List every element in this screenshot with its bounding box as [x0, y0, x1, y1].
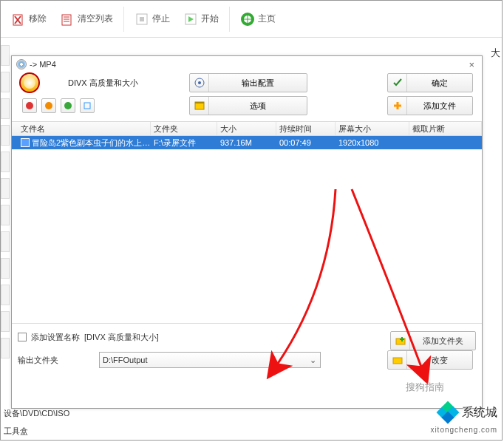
convert-dialog: -> MP4 × DIVX 高质量和大小 输出配置 确定: [11, 55, 483, 409]
category-tools[interactable]: 工具盒: [4, 426, 28, 437]
start-button[interactable]: 开始: [180, 9, 222, 30]
cell-size: 937.16M: [217, 138, 276, 147]
file-icon: [21, 138, 30, 147]
clear-icon: [60, 12, 75, 27]
stop-button[interactable]: 停止: [132, 9, 173, 30]
home-label: 主页: [258, 13, 276, 25]
mini-stop-icon[interactable]: [41, 98, 56, 113]
cell-filename: 冒险岛2紫色副本虫子们的水上乐园水...: [18, 137, 151, 149]
clear-button[interactable]: 清空列表: [57, 9, 116, 30]
svg-rect-17: [195, 102, 204, 103]
mini-info-icon[interactable]: [80, 98, 95, 113]
remove-icon: [11, 12, 26, 27]
separator: [229, 7, 230, 32]
table-row[interactable]: 冒险岛2紫色副本虫子们的水上乐园水... F:\录屏文件 937.16M 00:…: [12, 136, 482, 149]
watermark: 系统城: [438, 403, 497, 422]
ok-button[interactable]: 确定: [387, 73, 473, 92]
stop-icon: [134, 12, 149, 27]
cell-screen: 1920x1080: [336, 138, 409, 147]
watermark-logo-icon: [438, 403, 457, 422]
start-icon: [183, 12, 198, 27]
clear-label: 清空列表: [78, 13, 113, 25]
dialog-titlebar: -> MP4 ×: [12, 56, 482, 72]
check-icon: [388, 74, 407, 92]
options-label: 选项: [209, 101, 307, 112]
ok-label: 确定: [407, 78, 472, 89]
add-settings-checkbox[interactable]: [18, 333, 27, 341]
add-settings-value: [DIVX 高质量和大小]: [84, 332, 159, 343]
add-folder-label: 添加文件夹: [410, 336, 475, 347]
svg-rect-15: [84, 103, 90, 109]
change-label: 改变: [407, 355, 472, 366]
col-filename[interactable]: 文件名: [18, 122, 151, 135]
mini-toolbar: [18, 98, 183, 113]
col-screen[interactable]: 屏幕大小: [336, 122, 409, 135]
app-icon: [16, 59, 27, 69]
remove-label: 移除: [29, 13, 47, 25]
svg-rect-3: [62, 15, 71, 25]
category-devices[interactable]: 设备\DVD\CD\ISO: [4, 408, 69, 419]
output-config-label: 输出配置: [209, 78, 307, 89]
change-button[interactable]: 改变: [387, 350, 473, 370]
close-icon[interactable]: ×: [466, 59, 477, 70]
col-size[interactable]: 大小: [217, 122, 276, 135]
remove-button[interactable]: 移除: [8, 9, 50, 30]
film-icon: [190, 97, 209, 115]
edge-text: 大: [491, 47, 500, 60]
profile-label: DIVX 高质量和大小: [68, 78, 138, 89]
svg-point-12: [26, 102, 33, 109]
mini-delete-icon[interactable]: [22, 98, 37, 113]
watermark-text: 系统城: [462, 405, 497, 421]
svg-rect-19: [393, 358, 402, 364]
add-folder-button[interactable]: 添加文件夹: [390, 331, 476, 350]
gear-icon: [190, 74, 209, 92]
plus-icon: [388, 97, 407, 115]
output-folder-label: 输出文件夹: [18, 355, 92, 366]
stop-label: 停止: [152, 13, 170, 25]
dialog-title: -> MP4: [30, 60, 56, 69]
output-folder-combo[interactable]: D:\FFOutput ⌄: [99, 352, 321, 368]
home-button[interactable]: 主页: [237, 9, 279, 30]
col-duration[interactable]: 持续时间: [276, 122, 336, 135]
svg-point-11: [198, 81, 201, 84]
mini-play-icon[interactable]: [61, 98, 75, 113]
options-button[interactable]: 选项: [189, 96, 307, 115]
watermark-url: xitongcheng.com: [430, 426, 497, 434]
folder-plus-icon: [391, 332, 410, 350]
chevron-down-icon[interactable]: ⌄: [307, 354, 319, 366]
left-format-gutter: [1, 45, 10, 429]
output-folder-value: D:\FFOutput: [103, 356, 148, 364]
svg-point-14: [64, 102, 72, 109]
format-icon: [19, 72, 40, 93]
output-config-button[interactable]: 输出配置: [189, 73, 307, 92]
svg-rect-5: [140, 17, 144, 21]
start-label: 开始: [201, 13, 219, 25]
svg-point-13: [45, 102, 52, 109]
separator: [123, 7, 124, 32]
home-icon: [240, 12, 255, 27]
cell-duration: 00:07:49: [276, 138, 336, 147]
cell-folder: F:\录屏文件: [151, 137, 217, 149]
col-folder[interactable]: 文件夹: [151, 122, 217, 135]
col-clip[interactable]: 截取片断: [409, 122, 482, 135]
watermark-hint: 搜狗指南: [406, 381, 444, 394]
add-file-label: 添加文件: [407, 101, 472, 112]
add-settings-label: 添加设置名称: [31, 332, 80, 343]
list-header: 文件名 文件夹 大小 持续时间 屏幕大小 截取片断: [12, 121, 482, 136]
folder-icon: [388, 351, 407, 369]
add-file-button[interactable]: 添加文件: [387, 96, 473, 115]
main-toolbar: 移除 清空列表 停止 开始 主页: [1, 1, 502, 38]
list-body[interactable]: [12, 149, 482, 324]
